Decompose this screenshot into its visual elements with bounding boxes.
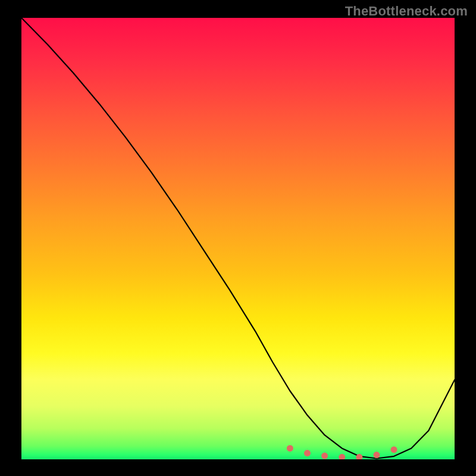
marker-dot bbox=[287, 445, 293, 452]
marker-dot bbox=[391, 446, 397, 453]
marker-dots bbox=[287, 445, 397, 459]
watermark-text: TheBottleneck.com bbox=[345, 4, 468, 19]
marker-dot bbox=[339, 454, 345, 459]
curve-line bbox=[21, 18, 455, 459]
marker-dot bbox=[373, 452, 380, 458]
marker-dot bbox=[304, 450, 311, 456]
chart-root: TheBottleneck.com bbox=[0, 0, 476, 476]
plot-area bbox=[21, 18, 455, 459]
chart-svg bbox=[21, 18, 455, 459]
marker-dot bbox=[321, 453, 328, 459]
